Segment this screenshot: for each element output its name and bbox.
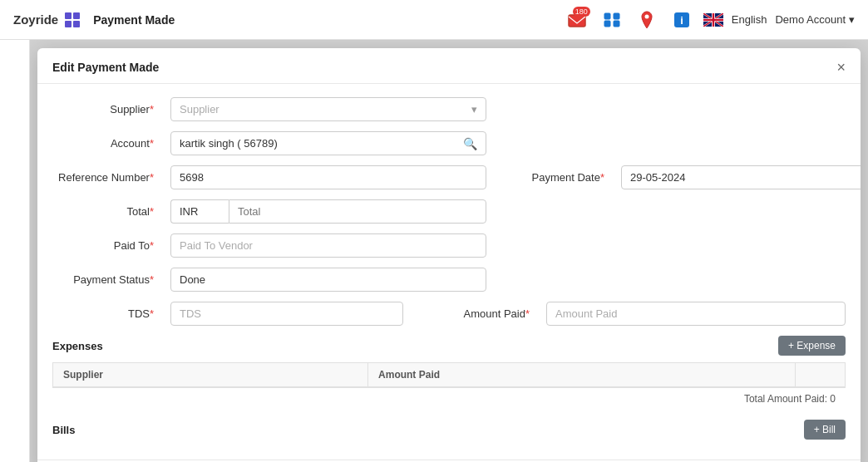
bills-title: Bills <box>52 424 75 436</box>
tds-col: TDS* <box>52 302 412 326</box>
edit-payment-dialog: Edit Payment Made × Supplier* Supplier ▾ <box>37 48 861 462</box>
grid-view-icon[interactable] <box>599 7 625 33</box>
paid-to-label: Paid To* <box>52 239 160 252</box>
tds-label: TDS* <box>52 307 160 320</box>
bills-section: Bills + Bill <box>52 420 846 440</box>
col-supplier: Supplier <box>53 363 368 387</box>
sidebar <box>0 40 30 462</box>
amount-paid-label: Amount Paid* <box>428 307 536 320</box>
supplier-select[interactable]: Supplier ▾ <box>170 97 486 121</box>
add-bill-button[interactable]: + Bill <box>804 420 846 440</box>
payment-date-input[interactable] <box>621 165 861 189</box>
svg-rect-4 <box>614 21 619 27</box>
info-icon[interactable]: i <box>668 7 695 33</box>
ref-label: Reference Number* <box>52 171 160 184</box>
language-flag <box>703 13 723 27</box>
reference-number-input[interactable] <box>170 165 486 189</box>
account-menu[interactable]: Demo Account ▾ <box>775 13 855 26</box>
total-label: Total* <box>52 205 160 218</box>
payment-status-input[interactable] <box>170 268 486 292</box>
account-label: Account* <box>52 137 160 150</box>
col-amount-paid: Amount Paid <box>368 363 796 387</box>
chevron-down-icon: ▾ <box>471 103 477 116</box>
total-amount-paid: Total Amount Paid: 0 <box>52 387 846 410</box>
expenses-title: Expenses <box>52 340 103 352</box>
total-inputs <box>170 199 486 224</box>
brand-name: Zoyride <box>13 12 58 27</box>
account-input[interactable] <box>171 132 455 155</box>
svg-rect-3 <box>604 21 610 27</box>
amount-paid-input[interactable] <box>546 302 846 326</box>
grid-icon[interactable] <box>65 12 80 27</box>
dialog-overlay: Edit Payment Made × Supplier* Supplier ▾ <box>30 40 868 462</box>
supplier-row: Supplier* Supplier ▾ <box>52 97 846 121</box>
page-title: Payment Made <box>93 13 564 27</box>
payment-status-row: Payment Status* <box>52 268 846 292</box>
ref-date-row: Reference Number* Payment Date* <box>52 165 846 189</box>
account-search-button[interactable]: 🔍 <box>455 137 486 150</box>
payment-status-label: Payment Status* <box>52 273 160 286</box>
paid-to-row: Paid To* <box>52 233 846 258</box>
add-expense-button[interactable]: + Expense <box>778 336 846 356</box>
col-actions <box>796 363 846 387</box>
svg-rect-0 <box>569 15 585 27</box>
dialog-body: Supplier* Supplier ▾ Account* <box>37 84 861 453</box>
svg-point-5 <box>644 14 649 18</box>
amount-paid-col: Amount Paid* <box>428 302 846 326</box>
navbar: Zoyride Payment Made 180 <box>0 0 868 40</box>
date-col: Payment Date* <box>503 165 861 189</box>
uk-flag-icon <box>703 13 723 27</box>
notifications-icon[interactable]: 180 <box>564 7 590 33</box>
expenses-section-header: Expenses + Expense <box>52 336 846 356</box>
expenses-table: Supplier Amount Paid <box>52 362 846 387</box>
ref-col: Reference Number* <box>52 165 486 189</box>
svg-rect-2 <box>614 13 619 19</box>
account-row: Account* 🔍 <box>52 131 846 155</box>
account-input-wrapper: 🔍 <box>170 131 486 155</box>
supplier-label: Supplier* <box>52 103 160 116</box>
dialog-header: Edit Payment Made × <box>37 48 861 84</box>
total-row: Total* <box>52 199 846 224</box>
language-label: English <box>732 13 767 26</box>
layout: Edit Payment Made × Supplier* Supplier ▾ <box>0 40 868 462</box>
main-content: Edit Payment Made × Supplier* Supplier ▾ <box>30 40 868 462</box>
account-label: Demo Account <box>775 13 846 26</box>
notification-badge: 180 <box>573 7 590 17</box>
currency-input[interactable] <box>170 199 229 224</box>
paid-to-input[interactable] <box>170 233 486 258</box>
payment-date-label: Payment Date* <box>503 171 611 184</box>
account-chevron: ▾ <box>849 13 855 26</box>
dialog-title: Edit Payment Made <box>52 61 159 74</box>
total-amount-input[interactable] <box>229 199 486 224</box>
svg-rect-1 <box>604 13 610 19</box>
svg-text:i: i <box>680 14 683 27</box>
tds-input[interactable] <box>170 302 403 326</box>
location-icon[interactable] <box>634 7 660 33</box>
navbar-icons: 180 i <box>564 7 855 33</box>
supplier-placeholder: Supplier <box>180 103 219 116</box>
close-button[interactable]: × <box>836 60 846 75</box>
tds-amount-row: TDS* Amount Paid* <box>52 302 846 326</box>
